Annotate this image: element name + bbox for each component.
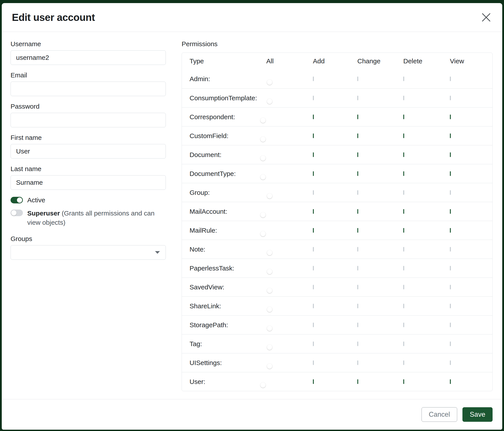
permission-view-checkbox[interactable] (450, 77, 451, 81)
permission-change-checkbox[interactable] (357, 247, 358, 251)
first-name-field-group: First name (10, 134, 166, 159)
permission-delete-checkbox[interactable] (403, 96, 404, 100)
permission-view-checkbox[interactable] (450, 247, 451, 251)
permission-view-checkbox[interactable] (450, 209, 451, 214)
permission-change-checkbox[interactable] (357, 209, 358, 214)
superuser-toggle[interactable] (10, 210, 23, 216)
superuser-toggle-row: Superuser (Grants all permissions and ca… (10, 209, 166, 227)
permission-delete-checkbox[interactable] (403, 209, 404, 214)
permission-change-checkbox[interactable] (357, 190, 358, 195)
permission-view-checkbox[interactable] (450, 190, 451, 195)
permission-delete-checkbox[interactable] (403, 190, 404, 195)
permission-add-checkbox[interactable] (313, 379, 314, 384)
permission-change-checkbox[interactable] (357, 96, 358, 100)
permission-add-checkbox[interactable] (313, 285, 314, 289)
permission-delete-checkbox[interactable] (403, 171, 404, 176)
permission-change-checkbox[interactable] (357, 341, 358, 346)
permission-view-checkbox[interactable] (450, 115, 451, 119)
permission-change-checkbox[interactable] (357, 171, 358, 176)
permission-view-checkbox[interactable] (450, 379, 451, 384)
permission-view-checkbox[interactable] (450, 96, 451, 100)
permission-change-checkbox[interactable] (357, 115, 358, 119)
cancel-button[interactable]: Cancel (422, 407, 457, 422)
permission-view-checkbox[interactable] (450, 228, 451, 233)
permission-delete-checkbox[interactable] (403, 360, 404, 365)
permission-add-checkbox[interactable] (313, 115, 314, 119)
permission-type-label: SavedView: (189, 283, 266, 291)
permission-type-label: MailRule: (189, 227, 266, 234)
permission-add-checkbox[interactable] (313, 153, 314, 157)
permission-delete-checkbox[interactable] (403, 228, 404, 233)
permission-change-checkbox[interactable] (357, 77, 358, 81)
superuser-label: Superuser (27, 210, 60, 217)
permission-view-checkbox[interactable] (450, 266, 451, 270)
permission-add-checkbox[interactable] (313, 266, 314, 270)
permission-row: StoragePath: (182, 315, 492, 334)
permission-view-checkbox[interactable] (450, 360, 451, 365)
permission-view-checkbox[interactable] (450, 304, 451, 308)
permission-delete-checkbox[interactable] (403, 323, 404, 327)
permission-delete-checkbox[interactable] (403, 285, 404, 289)
permission-row: MailRule: (182, 221, 492, 240)
permission-add-checkbox[interactable] (313, 209, 314, 214)
permission-change-checkbox[interactable] (357, 379, 358, 384)
password-input[interactable] (10, 113, 166, 127)
permission-change-checkbox[interactable] (357, 304, 358, 308)
permission-delete-checkbox[interactable] (403, 77, 404, 81)
permission-view-checkbox[interactable] (450, 153, 451, 157)
permission-change-checkbox[interactable] (357, 360, 358, 365)
groups-select[interactable] (10, 245, 166, 260)
permission-delete-checkbox[interactable] (403, 153, 404, 157)
permission-delete-checkbox[interactable] (403, 134, 404, 138)
permission-row: MailAccount: (182, 202, 492, 221)
permission-view-checkbox[interactable] (450, 171, 451, 176)
active-toggle[interactable] (10, 197, 23, 203)
permission-row: UISettings: (182, 353, 492, 372)
user-form: Username Email Password First name Last … (10, 40, 166, 399)
permission-change-checkbox[interactable] (357, 285, 358, 289)
email-input[interactable] (10, 81, 166, 96)
permission-delete-checkbox[interactable] (403, 115, 404, 119)
email-field-group: Email (10, 72, 166, 96)
first-name-input[interactable] (10, 144, 166, 159)
permission-view-checkbox[interactable] (450, 323, 451, 327)
save-button[interactable]: Save (462, 407, 493, 422)
permission-add-checkbox[interactable] (313, 304, 314, 308)
permission-delete-checkbox[interactable] (403, 247, 404, 251)
permission-change-checkbox[interactable] (357, 266, 358, 270)
permission-add-checkbox[interactable] (313, 134, 314, 138)
permission-add-checkbox[interactable] (313, 341, 314, 346)
perm-col-header-add: Add (313, 57, 357, 65)
perm-col-header-view: View (450, 57, 492, 65)
permission-add-checkbox[interactable] (313, 77, 314, 81)
username-field-group: Username (10, 40, 166, 65)
permission-delete-checkbox[interactable] (403, 304, 404, 308)
permission-add-checkbox[interactable] (313, 323, 314, 327)
permission-view-checkbox[interactable] (450, 285, 451, 289)
permission-change-checkbox[interactable] (357, 134, 358, 138)
permission-change-checkbox[interactable] (357, 153, 358, 157)
permission-change-checkbox[interactable] (357, 323, 358, 327)
permission-add-checkbox[interactable] (313, 360, 314, 365)
permission-delete-checkbox[interactable] (403, 341, 404, 346)
last-name-input[interactable] (10, 175, 166, 190)
password-label: Password (10, 103, 166, 110)
close-button[interactable] (480, 11, 492, 23)
permission-type-label: DocumentType: (189, 170, 266, 178)
permissions-table: Type All Add Change Delete View Admin: C… (182, 53, 493, 391)
permission-delete-checkbox[interactable] (403, 266, 404, 270)
modal-header: Edit user account (2, 3, 502, 32)
permission-view-checkbox[interactable] (450, 341, 451, 346)
permission-add-checkbox[interactable] (313, 190, 314, 195)
username-input[interactable] (10, 50, 166, 65)
permission-row: Note: (182, 240, 492, 259)
permission-add-checkbox[interactable] (313, 171, 314, 176)
permission-view-checkbox[interactable] (450, 134, 451, 138)
permission-type-label: MailAccount: (189, 208, 266, 215)
modal-title: Edit user account (12, 11, 95, 23)
permission-change-checkbox[interactable] (357, 228, 358, 233)
permission-add-checkbox[interactable] (313, 247, 314, 251)
permission-delete-checkbox[interactable] (403, 379, 404, 384)
permission-add-checkbox[interactable] (313, 96, 314, 100)
permission-add-checkbox[interactable] (313, 228, 314, 233)
